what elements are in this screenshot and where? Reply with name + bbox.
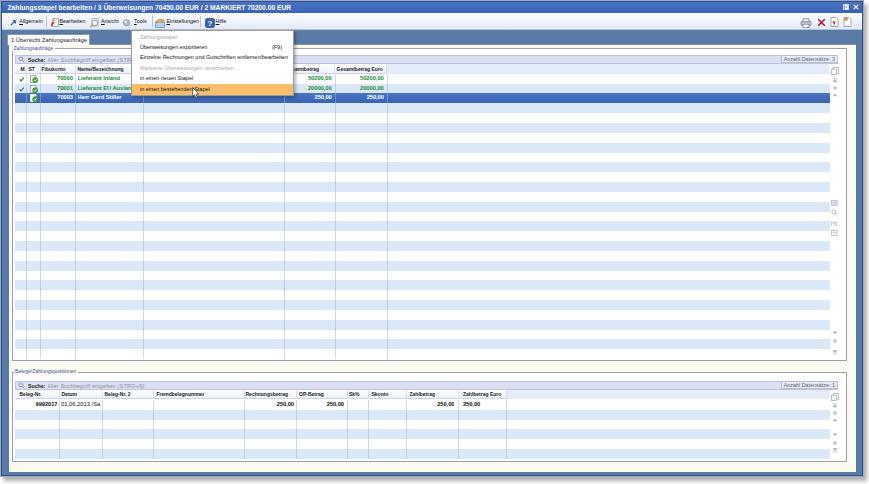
svg-text:?: ? bbox=[207, 18, 212, 27]
